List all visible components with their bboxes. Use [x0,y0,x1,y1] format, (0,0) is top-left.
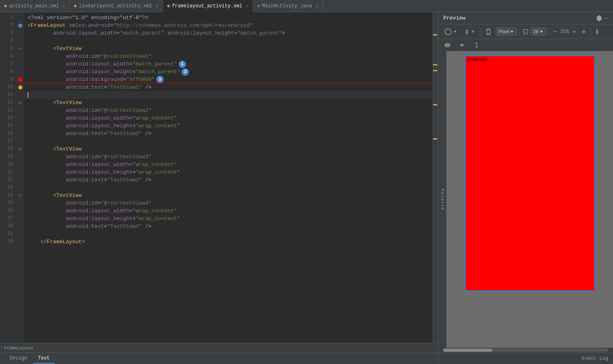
preview-title: Preview [443,15,466,21]
code-text-30: </FrameLayout> [28,238,85,246]
event-log-label[interactable]: Event Log [582,356,608,362]
tab-text[interactable]: Text [33,354,55,364]
code-text-20: android:layout_width="wrap_content" [28,161,177,168]
main-content: 1 2 3 4 5 6 7 8 9 10 11 12 13 14 15 16 1… [0,12,613,364]
gutter-7 [16,60,24,68]
code-line-30: </FrameLayout> [24,238,432,246]
gutter-28 [16,222,24,230]
resize-icon [459,42,465,48]
code-editor[interactable]: 1 2 3 4 5 6 7 8 9 10 11 12 13 14 15 16 1… [0,12,438,343]
gutter-3 [16,29,24,37]
tab-framelayout[interactable]: ◆ framelayout_activity.xml ✕ [163,0,253,12]
scroll-indicator-4 [433,104,437,105]
tab-activity-main[interactable]: ◆ activity_main.xml ✕ [0,0,70,12]
event-log-bar: Event Log [438,353,613,364]
code-line-29 [24,230,432,238]
code-text-12: <TextView [28,99,82,107]
code-line-18: <TextView [24,145,432,153]
tab-label-linearlayout: linearlayout_activity.xml [79,3,152,9]
resize-button[interactable] [456,41,468,49]
tab-linearlayout[interactable]: ◆ linearlayout_activity.xml ✕ [70,0,163,12]
gutter-12-fold[interactable]: ⊖ [16,99,24,107]
code-line-22: android:text="TextView3" /> [24,176,432,184]
code-text-9: android:background="#ff0000" [28,76,155,83]
visibility-button[interactable] [442,41,453,49]
tab-mainactivity[interactable]: ● MainActivity.java ✕ [253,0,323,12]
close-tab-framelayout[interactable]: ✕ [246,3,249,9]
code-line-24: <TextView [24,192,432,199]
phone-preview-frame: TextView1 [465,55,595,291]
scroll-indicators [432,12,438,343]
zoom-label: 32% [560,29,569,35]
code-text-1: <?xml version="1.0" encoding="utf-8"?> [28,14,148,22]
preview-scrollbar-thumb[interactable] [443,349,492,352]
code-text-13: android:id="@+id/textView2" [28,107,151,114]
api-dropdown[interactable]: 28 ▼ [530,28,546,36]
theme-button[interactable]: ▼ [442,27,460,37]
gutter-17 [16,137,24,145]
preview-content: TextView1 [447,51,613,348]
code-text-7: android:layout_width="match_parent" [28,60,177,68]
toolbar-sep-3 [549,28,549,36]
api-icon: A [522,28,529,35]
info-button[interactable]: ℹ [593,28,600,36]
close-tab-linearlayout[interactable]: ✕ [156,3,159,9]
gutter-16 [16,130,24,137]
close-tab-activity-main[interactable]: ✕ [63,3,66,9]
theme-dropdown-arrow: ▼ [453,29,457,34]
preview-scrollbar[interactable] [443,349,608,352]
gutter-19 [16,153,24,161]
device-type-button[interactable] [483,28,494,36]
code-line-1: <?xml version="1.0" encoding="utf-8"?> [24,14,432,22]
gutter-4 [16,37,24,45]
code-text-10: android:text="TextView1" /> [28,83,151,91]
preview-header-icons: — [595,15,608,22]
code-text-26: android:layout_width="wrap_content" [28,207,177,215]
gutter-20 [16,161,24,168]
tab-design[interactable]: Design [5,354,32,364]
palette-tab[interactable]: Palette [438,51,447,348]
orientation-button[interactable]: ▼ [461,28,477,36]
code-line-8: android:layout_height="match_parent" 2 [24,68,432,76]
gutter-24-fold[interactable]: ⊖ [16,192,24,199]
device-label: Pixel [499,29,509,35]
gutter-8 [16,68,24,76]
gutter: ⊖ ⊖ [16,12,24,343]
vertical-button[interactable] [471,41,482,49]
java-icon: ● [257,3,260,9]
code-text-16: android:text="TextView2" /> [28,130,151,137]
badge-3: 3 [156,76,164,83]
preview-scrollbar-container [438,348,613,353]
tab-label-framelayout: framelayout_activity.xml [172,3,242,9]
code-line-21: android:layout_height="wrap_content" [24,168,432,176]
code-line-27: android:layout_height="wrap_content" [24,215,432,222]
preview-toolbar-2 [438,39,613,51]
code-text-21: android:layout_height="wrap_content" [28,168,180,176]
gutter-18-fold[interactable]: ⊖ [16,145,24,153]
badge-1: 1 [179,61,186,68]
code-line-28: android:text="TextView4" /> [24,222,432,230]
minimize-icon[interactable]: — [605,15,608,22]
textview1-label: TextView1 [467,57,488,62]
breadcrumb-bar: FrameLayout [0,343,438,353]
code-text-22: android:text="TextView3" /> [28,176,151,184]
breadcrumb: FrameLayout [4,346,34,351]
settings-icon[interactable] [595,15,602,22]
device-dropdown[interactable]: Pixel ▼ [496,28,517,36]
code-content[interactable]: <?xml version="1.0" encoding="utf-8"?> <… [24,12,432,343]
scroll-indicator-2 [433,64,437,65]
zoom-in-button[interactable]: + [571,28,578,35]
code-line-25: android:id="@+id/textView4" [24,199,432,207]
xml-icon-3: ◆ [167,3,170,9]
code-line-19: android:id="@+id/textView3" [24,153,432,161]
code-text-24: <TextView [28,192,82,199]
xml-icon-2: ◆ [74,3,77,9]
line-numbers: 1 2 3 4 5 6 7 8 9 10 11 12 13 14 15 16 1… [0,12,16,343]
gutter-10-warn [16,83,24,91]
zoom-fit-button[interactable]: ⊕ [579,28,588,35]
gutter-5-fold[interactable]: ⊖ [16,45,24,52]
xml-icon-1: ◆ [4,3,7,9]
code-text-3: android:layout_width="match_parent" andr… [28,29,285,37]
zoom-out-button[interactable]: − [552,28,558,35]
close-tab-mainactivity[interactable]: ✕ [315,3,318,9]
